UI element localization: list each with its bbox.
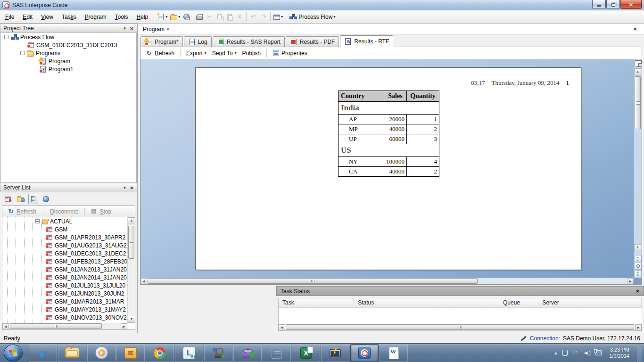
server-tree-item[interactable]: GSM_01MAY2013_31MAY2 xyxy=(2,305,127,313)
server-tree-item[interactable]: GSM_01NOV2013_30NOV2 xyxy=(2,313,127,321)
taskbar-app-notepad[interactable] xyxy=(263,344,291,362)
column-header-task[interactable]: Task xyxy=(279,298,354,307)
menu-edit[interactable]: Edit xyxy=(18,12,37,22)
scrollbar-thumb[interactable] xyxy=(635,76,641,129)
server-tree-item[interactable]: GSM_01JAN2013_31JAN20 xyxy=(2,265,127,273)
server-tree-vertical-scrollbar[interactable]: ▲ ▼ xyxy=(127,217,135,323)
connections-button[interactable] xyxy=(41,194,51,204)
server-tree-horizontal-scrollbar[interactable]: ◀ ▶ xyxy=(2,323,127,329)
task-list-button[interactable] xyxy=(3,194,13,204)
server-tree-item[interactable]: GSM xyxy=(2,225,127,233)
scroll-down-icon[interactable]: ▼ xyxy=(634,244,641,251)
menu-view[interactable]: View xyxy=(37,12,58,22)
tab-program-[interactable]: Program* xyxy=(140,36,183,47)
tree-item-program[interactable]: Program xyxy=(1,57,136,65)
server-tree-item[interactable]: GSM_01JUN2013_30JUN2 xyxy=(2,289,127,297)
menu-program[interactable]: Program xyxy=(81,12,111,22)
page-icon[interactable] xyxy=(635,60,642,66)
tab-results-rtf[interactable]: Results - RTF xyxy=(340,35,393,47)
start-button[interactable] xyxy=(4,345,23,362)
scroll-right-icon[interactable]: ▶ xyxy=(121,323,127,330)
export-button[interactable]: Export▾ xyxy=(184,49,208,58)
panel-menu-icon[interactable]: ▾ xyxy=(124,185,126,190)
publish-button[interactable]: Publish xyxy=(240,49,263,58)
scrollbar-thumb[interactable] xyxy=(148,278,478,284)
refresh-button[interactable]: ↻Refresh xyxy=(143,49,176,58)
scrollbar-thumb[interactable] xyxy=(128,226,134,259)
tree-item-process-flow[interactable]: Process Flow xyxy=(1,33,136,41)
send-to-button[interactable]: Send To▾ xyxy=(210,49,239,58)
server-tree-item[interactable]: GSM_01FEB2013_28FEB20 xyxy=(2,257,127,265)
tab-results-sas-report[interactable]: Results - SAS Report xyxy=(213,36,285,47)
taskbar-app-windows-explorer[interactable] xyxy=(58,344,86,362)
taskbar-app-sas-program[interactable]: L xyxy=(175,344,203,362)
taskbar-app-enterprise-guide[interactable] xyxy=(350,344,379,362)
taskbar-app-word[interactable] xyxy=(380,344,408,362)
menu-help[interactable]: Help xyxy=(132,12,153,22)
network-icon[interactable] xyxy=(595,350,602,355)
column-header-queue[interactable]: Queue xyxy=(499,298,538,307)
taskbar-app-internet-explorer[interactable]: e xyxy=(29,344,57,362)
publish-button[interactable] xyxy=(182,11,191,22)
taskbar-app-remote-desktop[interactable] xyxy=(321,344,349,362)
scrollbar-thumb[interactable] xyxy=(286,324,634,330)
server-tree-item[interactable]: GSM_01JAN2014_31JAN20 xyxy=(2,273,127,281)
connection-link[interactable]: Connection: xyxy=(530,335,560,342)
scrollbar-thumb[interactable] xyxy=(10,323,102,329)
next-page-icon[interactable]: ▼▼ xyxy=(635,270,642,277)
process-flow-button[interactable]: Process Flow ▾ xyxy=(288,11,337,22)
collapse-expander-icon[interactable] xyxy=(20,51,25,55)
servers-button[interactable] xyxy=(28,194,38,204)
server-tree-item-actual[interactable]: ACTUAL xyxy=(2,217,127,225)
power-plug-icon[interactable] xyxy=(562,350,568,356)
taskbar-app-database[interactable] xyxy=(233,344,262,362)
scroll-right-icon[interactable]: ▶ xyxy=(627,278,634,284)
server-tree-item[interactable]: GSM_01APR2013_30APR2 xyxy=(2,233,127,241)
show-desktop-button[interactable] xyxy=(637,344,642,362)
scroll-left-icon[interactable]: ◀ xyxy=(2,323,9,330)
task-status-close-icon[interactable]: × xyxy=(636,288,640,294)
tree-item-program1[interactable]: Program1 xyxy=(1,65,136,73)
menu-file[interactable]: File xyxy=(1,12,18,22)
tree-item-gsm-01dec2013-31dec2013[interactable]: GSM_01DEC2013_31DEC2013 xyxy=(1,41,136,49)
tab-results-pdf[interactable]: Results - PDF xyxy=(286,36,339,47)
taskbar-app-vpn-lock[interactable] xyxy=(204,344,232,362)
taskbar-app-outlook[interactable]: ✉ xyxy=(116,344,145,362)
print-button[interactable] xyxy=(195,11,204,22)
scroll-up-icon[interactable]: ▲ xyxy=(634,68,641,75)
panel-close-icon[interactable]: × xyxy=(130,25,134,32)
server-tree-item[interactable]: GSM_01MAR2013_31MAR xyxy=(2,297,127,305)
document-horizontal-scrollbar[interactable]: ◀ ▶ xyxy=(140,278,634,284)
column-header-server[interactable]: Server xyxy=(538,298,642,307)
properties-button[interactable]: Properties xyxy=(271,49,309,58)
data-library-button[interactable] xyxy=(16,194,25,204)
taskbar-app-chrome[interactable] xyxy=(146,344,174,362)
action-center-flag-icon[interactable]: ⚐ xyxy=(572,349,578,356)
restore-button[interactable] xyxy=(606,0,620,9)
close-button[interactable]: × xyxy=(620,0,642,9)
column-header-status[interactable]: Status xyxy=(354,298,499,307)
collapse-expander-icon[interactable] xyxy=(35,219,40,223)
taskbar-app-media-player[interactable] xyxy=(87,344,116,362)
taskbar-app-excel[interactable]: X xyxy=(292,344,320,362)
new-document-button[interactable]: ▾ xyxy=(156,11,169,22)
task-status-horizontal-scrollbar[interactable]: ◀ ▶ xyxy=(279,324,642,330)
menu-tools[interactable]: Tools xyxy=(111,12,132,22)
server-tree-item[interactable]: GSM_01DEC2013_31DEC2 xyxy=(2,249,127,257)
select-browse-object-icon[interactable] xyxy=(635,263,642,270)
server-tree-item[interactable]: GSM_01AUG2013_31AUG2 xyxy=(2,241,127,249)
scroll-right-icon[interactable]: ▶ xyxy=(635,324,642,331)
tree-item-programs[interactable]: Programs xyxy=(1,49,136,57)
server-tree-item[interactable]: GSM_01JUL2013_31JUL20 xyxy=(2,281,127,289)
layout-button[interactable]: ▾ xyxy=(272,11,284,22)
collapse-expander-icon[interactable] xyxy=(4,35,8,39)
open-button[interactable]: ▾ xyxy=(169,11,182,22)
workspace-close-icon[interactable]: × xyxy=(631,26,639,32)
tab-log[interactable]: Log xyxy=(184,36,212,47)
scroll-left-icon[interactable]: ◀ xyxy=(140,278,147,284)
scroll-left-icon[interactable]: ◀ xyxy=(279,324,285,331)
document-vertical-scrollbar[interactable]: ▲ ▼ ▲▲ ▼▼ xyxy=(634,59,642,278)
panel-menu-icon[interactable]: ▾ xyxy=(124,26,126,31)
volume-icon[interactable]: ◄) xyxy=(583,349,591,356)
scroll-up-icon[interactable]: ▲ xyxy=(128,217,135,224)
